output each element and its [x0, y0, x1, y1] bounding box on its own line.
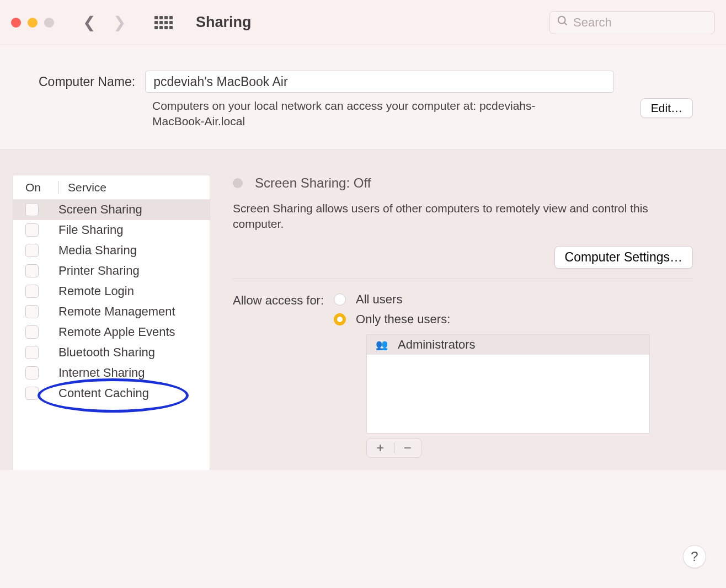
svg-line-1	[564, 23, 567, 25]
service-label: Remote Apple Events	[58, 325, 175, 339]
group-icon: 👥	[376, 339, 388, 351]
add-user-button[interactable]: +	[367, 440, 394, 456]
service-media-sharing[interactable]: Media Sharing	[13, 240, 210, 261]
services-list: On Service Screen Sharing File Sharing M…	[13, 175, 210, 475]
service-label: Bluetooth Sharing	[58, 345, 155, 360]
search-placeholder: Search	[573, 15, 612, 30]
zoom-icon	[44, 18, 54, 28]
checkbox[interactable]	[25, 203, 39, 216]
search-input[interactable]: Search	[549, 11, 715, 34]
checkbox[interactable]	[25, 244, 39, 257]
service-bluetooth-sharing[interactable]: Bluetooth Sharing	[13, 343, 210, 363]
service-label: Remote Login	[58, 284, 134, 298]
checkbox[interactable]	[25, 264, 39, 277]
users-list[interactable]: 👥 Administrators	[366, 334, 650, 434]
status-indicator-icon	[233, 178, 243, 188]
service-label: Remote Management	[58, 304, 175, 319]
service-label: Media Sharing	[58, 243, 137, 258]
svg-point-0	[558, 17, 565, 24]
checkbox[interactable]	[25, 285, 39, 298]
computer-name-input[interactable]	[145, 71, 614, 93]
add-remove-box: + −	[366, 438, 421, 458]
page-title: Sharing	[196, 14, 252, 31]
back-button[interactable]: ❮	[83, 13, 95, 31]
checkbox[interactable]	[25, 223, 39, 237]
close-icon[interactable]	[11, 18, 21, 28]
col-service: Service	[58, 181, 106, 194]
user-row[interactable]: 👥 Administrators	[367, 335, 649, 355]
checkbox[interactable]	[25, 346, 39, 359]
service-screen-sharing[interactable]: Screen Sharing	[13, 200, 210, 220]
search-icon	[557, 15, 569, 30]
service-file-sharing[interactable]: File Sharing	[13, 220, 210, 240]
all-prefs-icon[interactable]	[154, 16, 173, 29]
user-label: Administrators	[398, 338, 476, 352]
sharing-body: On Service Screen Sharing File Sharing M…	[0, 149, 726, 475]
service-remote-apple-events[interactable]: Remote Apple Events	[13, 322, 210, 343]
computer-name-description: Computers on your local network can acce…	[152, 98, 549, 130]
computer-settings-button[interactable]: Computer Settings…	[554, 246, 693, 269]
service-label: Printer Sharing	[58, 264, 140, 278]
checkbox[interactable]	[25, 325, 39, 339]
detail-pane: Screen Sharing: Off Screen Sharing allow…	[232, 175, 726, 475]
footer	[0, 470, 726, 588]
minimize-icon[interactable]	[28, 18, 38, 28]
status-title: Screen Sharing: Off	[255, 175, 371, 191]
radio-only-users[interactable]	[334, 313, 346, 325]
remove-user-button[interactable]: −	[394, 440, 421, 456]
forward-button: ❯	[113, 13, 126, 31]
service-label: Screen Sharing	[58, 202, 142, 217]
allow-access-label: Allow access for:	[233, 292, 324, 327]
edit-button[interactable]: Edit…	[640, 98, 693, 118]
radio-all-users[interactable]	[334, 293, 346, 306]
service-label: Content Caching	[58, 386, 149, 400]
service-internet-sharing[interactable]: Internet Sharing	[13, 363, 210, 383]
col-on: On	[25, 181, 58, 194]
service-remote-login[interactable]: Remote Login	[13, 281, 210, 302]
radio-all-users-label: All users	[356, 292, 402, 307]
help-button[interactable]: ?	[683, 545, 706, 568]
service-printer-sharing[interactable]: Printer Sharing	[13, 261, 210, 281]
service-content-caching[interactable]: Content Caching	[13, 383, 210, 404]
service-label: File Sharing	[58, 223, 123, 237]
computer-name-section: Computer Name: Computers on your local n…	[0, 45, 726, 149]
radio-only-users-label: Only these users:	[356, 312, 450, 327]
toolbar: ❮ ❯ Sharing Search	[0, 0, 726, 45]
window-controls	[11, 18, 54, 28]
checkbox[interactable]	[25, 387, 39, 400]
service-label: Internet Sharing	[58, 366, 145, 380]
divider	[233, 279, 693, 279]
status-description: Screen Sharing allows users of other com…	[233, 201, 693, 232]
checkbox[interactable]	[25, 305, 39, 318]
service-remote-management[interactable]: Remote Management	[13, 302, 210, 322]
checkbox[interactable]	[25, 366, 39, 379]
computer-name-label: Computer Name:	[39, 74, 135, 89]
nav-arrows: ❮ ❯	[83, 13, 126, 31]
